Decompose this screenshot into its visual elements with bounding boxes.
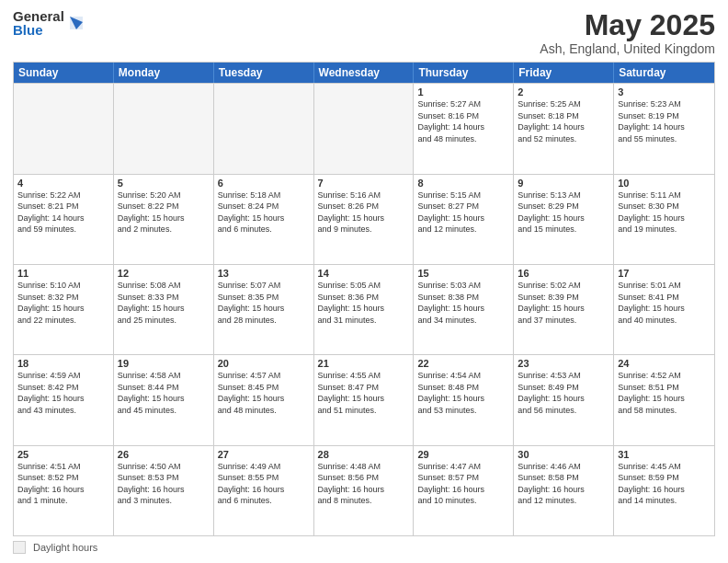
cell-info: Sunrise: 4:53 AMSunset: 8:49 PMDaylight:… (518, 370, 609, 416)
day-number: 30 (518, 449, 609, 460)
calendar-body: 1Sunrise: 5:27 AMSunset: 8:16 PMDaylight… (14, 83, 714, 535)
cell-info: Sunrise: 4:45 AMSunset: 8:59 PMDaylight:… (618, 461, 711, 507)
cell-info: Sunrise: 4:52 AMSunset: 8:51 PMDaylight:… (618, 370, 711, 416)
logo-blue: Blue (13, 23, 64, 37)
cell-info: Sunrise: 5:15 AMSunset: 8:27 PMDaylight:… (417, 190, 509, 236)
day-number: 6 (218, 178, 310, 189)
cal-cell: 14Sunrise: 5:05 AMSunset: 8:36 PMDayligh… (314, 265, 415, 354)
cell-info: Sunrise: 5:01 AMSunset: 8:41 PMDaylight:… (618, 280, 711, 326)
day-number: 31 (618, 449, 711, 460)
footer: Daylight hours (13, 541, 715, 554)
cal-cell (214, 84, 314, 173)
cell-info: Sunrise: 4:51 AMSunset: 8:52 PMDaylight:… (17, 461, 109, 507)
week-row-3: 11Sunrise: 5:10 AMSunset: 8:32 PMDayligh… (14, 264, 714, 354)
header-cell-monday: Monday (114, 63, 214, 83)
header-cell-thursday: Thursday (414, 63, 514, 83)
day-number: 27 (218, 449, 310, 460)
day-number: 20 (218, 358, 310, 369)
calendar-header: SundayMondayTuesdayWednesdayThursdayFrid… (14, 63, 714, 83)
cell-info: Sunrise: 5:10 AMSunset: 8:32 PMDaylight:… (17, 280, 109, 326)
cal-cell: 15Sunrise: 5:03 AMSunset: 8:38 PMDayligh… (414, 265, 514, 354)
day-number: 13 (218, 268, 310, 279)
cal-cell: 20Sunrise: 4:57 AMSunset: 8:45 PMDayligh… (214, 355, 314, 444)
week-row-2: 4Sunrise: 5:22 AMSunset: 8:21 PMDaylight… (14, 174, 714, 264)
page: General Blue May 2025 Ash, England, Unit… (0, 0, 728, 563)
cell-info: Sunrise: 5:05 AMSunset: 8:36 PMDaylight:… (318, 280, 410, 326)
cell-info: Sunrise: 5:07 AMSunset: 8:35 PMDaylight:… (218, 280, 310, 326)
day-number: 7 (318, 178, 410, 189)
cell-info: Sunrise: 4:50 AMSunset: 8:53 PMDaylight:… (118, 461, 210, 507)
cal-cell: 7Sunrise: 5:16 AMSunset: 8:26 PMDaylight… (314, 175, 415, 264)
day-number: 23 (518, 358, 609, 369)
day-number: 22 (417, 358, 509, 369)
cell-info: Sunrise: 5:20 AMSunset: 8:22 PMDaylight:… (118, 190, 210, 236)
cal-cell: 17Sunrise: 5:01 AMSunset: 8:41 PMDayligh… (614, 265, 714, 354)
cal-cell: 9Sunrise: 5:13 AMSunset: 8:29 PMDaylight… (514, 175, 614, 264)
cell-info: Sunrise: 5:22 AMSunset: 8:21 PMDaylight:… (17, 190, 109, 236)
day-number: 8 (417, 178, 509, 189)
day-number: 9 (518, 178, 609, 189)
cell-info: Sunrise: 5:11 AMSunset: 8:30 PMDaylight:… (618, 190, 711, 236)
cell-info: Sunrise: 4:46 AMSunset: 8:58 PMDaylight:… (518, 461, 609, 507)
location: Ash, England, United Kingdom (540, 41, 715, 56)
cal-cell: 29Sunrise: 4:47 AMSunset: 8:57 PMDayligh… (414, 446, 514, 535)
day-number: 12 (118, 268, 210, 279)
cal-cell: 24Sunrise: 4:52 AMSunset: 8:51 PMDayligh… (614, 355, 714, 444)
cal-cell: 19Sunrise: 4:58 AMSunset: 8:44 PMDayligh… (114, 355, 214, 444)
day-number: 10 (618, 178, 711, 189)
cell-info: Sunrise: 4:49 AMSunset: 8:55 PMDaylight:… (218, 461, 310, 507)
cal-cell: 28Sunrise: 4:48 AMSunset: 8:56 PMDayligh… (314, 446, 415, 535)
cell-info: Sunrise: 5:03 AMSunset: 8:38 PMDaylight:… (417, 280, 509, 326)
logo-icon (68, 13, 85, 33)
day-number: 2 (518, 86, 609, 98)
day-number: 21 (318, 358, 410, 369)
month-title: May 2025 (540, 9, 715, 41)
cal-cell (314, 84, 415, 173)
cal-cell: 11Sunrise: 5:10 AMSunset: 8:32 PMDayligh… (14, 265, 114, 354)
day-number: 17 (618, 268, 711, 279)
day-number: 19 (118, 358, 210, 369)
cal-cell: 31Sunrise: 4:45 AMSunset: 8:59 PMDayligh… (614, 446, 714, 535)
header-cell-sunday: Sunday (14, 63, 114, 83)
day-number: 11 (17, 268, 109, 279)
cal-cell: 18Sunrise: 4:59 AMSunset: 8:42 PMDayligh… (14, 355, 114, 444)
cell-info: Sunrise: 5:08 AMSunset: 8:33 PMDaylight:… (118, 280, 210, 326)
cell-info: Sunrise: 4:48 AMSunset: 8:56 PMDaylight:… (318, 461, 410, 507)
cal-cell (14, 84, 114, 173)
cal-cell: 30Sunrise: 4:46 AMSunset: 8:58 PMDayligh… (514, 446, 614, 535)
cell-info: Sunrise: 5:25 AMSunset: 8:18 PMDaylight:… (518, 98, 609, 144)
cell-info: Sunrise: 5:23 AMSunset: 8:19 PMDaylight:… (618, 98, 711, 144)
legend-label: Daylight hours (33, 542, 97, 553)
cal-cell: 26Sunrise: 4:50 AMSunset: 8:53 PMDayligh… (114, 446, 214, 535)
title-area: May 2025 Ash, England, United Kingdom (540, 9, 715, 56)
day-number: 5 (118, 178, 210, 189)
day-number: 16 (518, 268, 609, 279)
cal-cell: 25Sunrise: 4:51 AMSunset: 8:52 PMDayligh… (14, 446, 114, 535)
cal-cell: 27Sunrise: 4:49 AMSunset: 8:55 PMDayligh… (214, 446, 314, 535)
cal-cell: 8Sunrise: 5:15 AMSunset: 8:27 PMDaylight… (414, 175, 514, 264)
cell-info: Sunrise: 4:55 AMSunset: 8:47 PMDaylight:… (318, 370, 410, 416)
cal-cell: 16Sunrise: 5:02 AMSunset: 8:39 PMDayligh… (514, 265, 614, 354)
day-number: 28 (318, 449, 410, 460)
day-number: 3 (618, 86, 711, 98)
day-number: 24 (618, 358, 711, 369)
calendar: SundayMondayTuesdayWednesdayThursdayFrid… (13, 62, 715, 536)
day-number: 14 (318, 268, 410, 279)
day-number: 18 (17, 358, 109, 369)
cell-info: Sunrise: 4:47 AMSunset: 8:57 PMDaylight:… (417, 461, 509, 507)
header-cell-saturday: Saturday (614, 63, 714, 83)
cell-info: Sunrise: 5:02 AMSunset: 8:39 PMDaylight:… (518, 280, 609, 326)
cal-cell: 5Sunrise: 5:20 AMSunset: 8:22 PMDaylight… (114, 175, 214, 264)
cell-info: Sunrise: 4:59 AMSunset: 8:42 PMDaylight:… (17, 370, 109, 416)
cal-cell (114, 84, 214, 173)
cal-cell: 10Sunrise: 5:11 AMSunset: 8:30 PMDayligh… (614, 175, 714, 264)
cal-cell: 6Sunrise: 5:18 AMSunset: 8:24 PMDaylight… (214, 175, 314, 264)
cal-cell: 2Sunrise: 5:25 AMSunset: 8:18 PMDaylight… (514, 84, 614, 173)
cal-cell: 3Sunrise: 5:23 AMSunset: 8:19 PMDaylight… (614, 84, 714, 173)
logo: General Blue (13, 9, 85, 37)
cell-info: Sunrise: 5:13 AMSunset: 8:29 PMDaylight:… (518, 190, 609, 236)
cell-info: Sunrise: 4:54 AMSunset: 8:48 PMDaylight:… (417, 370, 509, 416)
day-number: 26 (118, 449, 210, 460)
day-number: 4 (17, 178, 109, 189)
week-row-4: 18Sunrise: 4:59 AMSunset: 8:42 PMDayligh… (14, 354, 714, 444)
